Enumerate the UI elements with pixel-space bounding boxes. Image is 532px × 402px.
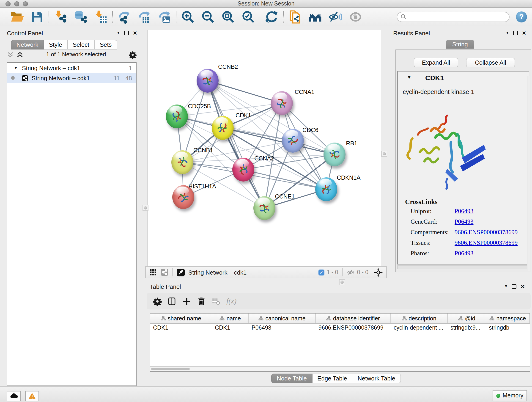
expand-all-chevron-icon[interactable]	[17, 51, 23, 57]
table-row[interactable]: CDK1CDK1P064939606.ENSP00000378699cyclin…	[150, 324, 530, 332]
table-horizontal-scrollbar[interactable]	[150, 366, 530, 371]
protein-structure-image	[403, 110, 490, 193]
crosslink-link[interactable]: P06493	[455, 208, 474, 218]
network-node-CCNA1[interactable]	[271, 91, 293, 115]
refresh-icon[interactable]	[265, 10, 279, 24]
grid-view-icon[interactable]	[149, 269, 157, 276]
network-view-toolbar: String Network – cdk1 ✓ 1 - 0 0 - 0	[145, 266, 387, 278]
tab-edge-table[interactable]: Edge Table	[312, 374, 353, 383]
import-network-database-icon[interactable]	[74, 10, 88, 24]
column-header-canonical-name[interactable]: canonical name	[249, 313, 316, 323]
network-collection-row[interactable]: ▼ String Network – cdk1 1	[7, 63, 136, 73]
panel-menu-icon[interactable]: ▼	[506, 31, 509, 35]
crosslink-row: Uniprot:P06493	[411, 208, 525, 218]
table-cell: CDK1	[150, 324, 212, 332]
panel-menu-icon[interactable]: ▼	[117, 31, 120, 35]
function-builder-icon: f(x)	[226, 297, 236, 305]
export-image-icon[interactable]	[158, 10, 171, 24]
panel-close-icon[interactable]: ×	[520, 284, 525, 289]
fit-selected-crosshair-icon[interactable]	[374, 268, 383, 277]
left-splitter-grip[interactable]	[143, 205, 148, 211]
network-edge-CCNB2-CCNA1[interactable]	[208, 81, 282, 103]
scrollbar-thumb[interactable]	[151, 368, 190, 370]
column-header-name[interactable]: name	[212, 313, 249, 323]
network-node-CDC6[interactable]	[282, 129, 304, 153]
import-table-icon[interactable]	[94, 10, 108, 24]
birdseye-view-icon[interactable]	[177, 268, 185, 276]
crosslink-link[interactable]: P06493	[455, 250, 474, 260]
collapse-all-chevron-icon[interactable]	[7, 51, 14, 57]
tab-network-table[interactable]: Network Table	[353, 374, 401, 383]
help-icon[interactable]: ?	[516, 11, 527, 22]
network-node-CCNB2[interactable]	[196, 69, 219, 93]
network-node-RB1[interactable]	[323, 143, 346, 166]
create-column-plus-icon[interactable]	[182, 297, 191, 306]
crosslink-link[interactable]: P06493	[455, 218, 474, 229]
panel-float-icon[interactable]	[124, 31, 129, 35]
zoom-fit-icon[interactable]	[221, 10, 235, 24]
network-canvas[interactable]: CCNB2CCNA1CDC25BCDK1CDC6RB1CCNB1CCNA2CDK…	[147, 30, 381, 267]
network-from-clipboard-icon[interactable]	[288, 10, 302, 24]
network-options-gear-icon[interactable]	[129, 51, 137, 58]
network-row-selected[interactable]: String Network – cdk1 11 48	[7, 73, 136, 83]
crosslink-link[interactable]: 9606.ENSP00000378699	[455, 229, 518, 239]
network-node-CCNB1[interactable]	[171, 150, 193, 174]
network-share-view-icon[interactable]	[161, 269, 168, 276]
zoom-selected-icon[interactable]	[241, 10, 255, 24]
import-network-file-icon[interactable]	[54, 10, 67, 24]
results-vertical-scrollbar[interactable]	[527, 76, 530, 271]
network-edge-CCNA2-CDKN1A[interactable]	[243, 170, 326, 189]
collapse-entry-icon[interactable]: ▼	[407, 75, 412, 80]
panel-close-icon[interactable]: ×	[133, 31, 137, 35]
panel-float-icon[interactable]	[513, 31, 518, 35]
zoom-out-icon[interactable]	[201, 10, 215, 24]
network-node-CCNE1[interactable]	[253, 196, 275, 220]
tab-node-table[interactable]: Node Table	[271, 374, 312, 383]
crosslink-row: Pharos:P06493	[411, 250, 525, 260]
tree-expand-icon[interactable]: ▼	[14, 65, 18, 70]
search-input[interactable]	[397, 12, 510, 22]
open-session-icon[interactable]	[10, 10, 24, 24]
table-settings-gear-icon[interactable]	[153, 297, 162, 306]
tab-style[interactable]: Style	[44, 40, 68, 50]
collapse-all-button[interactable]: Collapse All	[466, 58, 515, 67]
cloud-button[interactable]	[7, 391, 21, 401]
column-header-shared-name[interactable]: shared name	[150, 313, 212, 323]
zoom-in-icon[interactable]	[181, 10, 195, 24]
panel-close-icon[interactable]: ×	[522, 31, 526, 35]
network-node-CDC25B[interactable]	[166, 104, 188, 128]
column-header--id[interactable]: @id	[448, 313, 486, 323]
memory-button[interactable]: Memory	[493, 390, 527, 401]
network-node-CDKN1A[interactable]	[315, 177, 337, 201]
results-horizontal-scrollbar[interactable]	[397, 265, 528, 269]
hide-eye-icon[interactable]	[329, 10, 342, 24]
panel-menu-icon[interactable]: ▼	[504, 284, 508, 289]
protein-thumbnail-icon	[171, 151, 193, 173]
warnings-button[interactable]	[25, 391, 39, 401]
tab-string[interactable]: String	[446, 40, 474, 49]
crosslink-label: Pharos:	[411, 250, 455, 260]
network-node-CDK1[interactable]	[212, 116, 234, 140]
tab-network[interactable]: Network	[11, 40, 44, 50]
right-splitter-grip[interactable]	[381, 151, 387, 157]
column-header-namespace[interactable]: namespace	[486, 313, 530, 323]
network-view-title: String Network – cdk1	[188, 269, 247, 276]
panel-float-icon[interactable]	[512, 284, 516, 289]
crosslink-link[interactable]: 9606.ENSP00000378699	[455, 239, 518, 250]
table-cell: stringdb:9...	[448, 324, 486, 332]
delete-column-trash-icon[interactable]	[197, 297, 206, 306]
save-session-icon[interactable]	[30, 10, 44, 24]
show-columns-icon[interactable]	[168, 297, 177, 306]
cdk1-entry-header[interactable]: ▼ CDK1	[398, 71, 529, 84]
nested-networks-houses-icon[interactable]	[308, 10, 322, 24]
protein-thumbnail-icon	[200, 73, 215, 89]
column-header-description[interactable]: description	[391, 313, 448, 323]
export-table-icon[interactable]	[138, 10, 151, 24]
tab-select[interactable]: Select	[68, 40, 95, 50]
expand-all-button[interactable]: Expand All	[414, 58, 458, 67]
network-node-CCNA2[interactable]	[232, 158, 254, 182]
tab-sets[interactable]: Sets	[95, 40, 117, 50]
column-header-database-identifier[interactable]: database identifier	[316, 313, 391, 323]
selected-nodes-checkbox[interactable]: ✓	[318, 269, 324, 275]
export-network-icon[interactable]	[117, 10, 131, 24]
